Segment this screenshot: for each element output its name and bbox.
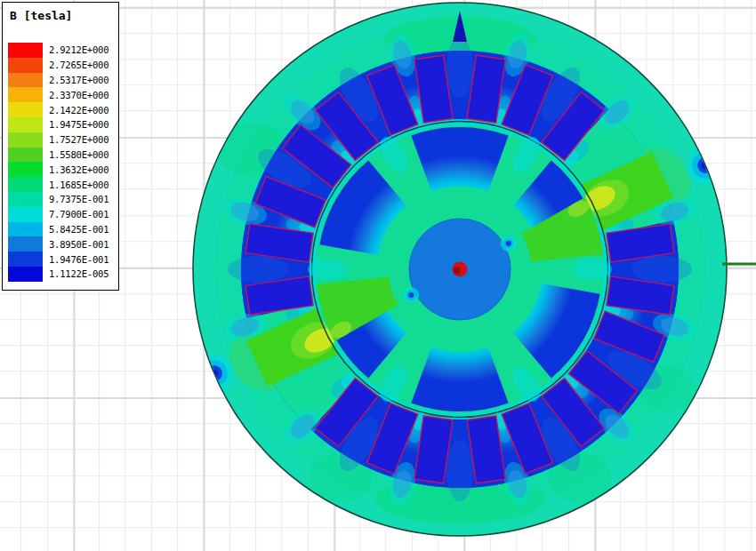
- legend-color-swatch: [8, 267, 43, 282]
- legend-color-swatch: [8, 102, 43, 117]
- legend-value: 1.9476E-001: [49, 254, 109, 265]
- legend-band-row: 1.1122E-005: [8, 267, 115, 282]
- legend-value: 1.7527E+000: [49, 134, 109, 145]
- legend-color-swatch: [8, 148, 43, 163]
- legend-band-row: 2.3370E+000: [8, 87, 115, 102]
- legend-band-row: 1.3632E+000: [8, 162, 115, 177]
- legend-value: 3.8950E-001: [49, 239, 109, 250]
- legend-color-swatch: [8, 73, 43, 88]
- legend-band-row: 2.7265E+000: [8, 58, 115, 73]
- segment-shading: [631, 256, 692, 283]
- x-axis-edge-line: [722, 263, 756, 266]
- legend-color-swatch: [8, 236, 43, 252]
- interpolar-shading: [308, 259, 347, 280]
- legend-band-row: 7.7900E-001: [8, 207, 115, 222]
- legend-color-swatch: [8, 162, 43, 177]
- legend-value: 2.9212E+000: [49, 44, 109, 55]
- modeler-viewport[interactable]: B [tesla] 2.9212E+0002.7265E+0002.5317E+…: [0, 0, 756, 551]
- legend-color-swatch: [8, 117, 43, 132]
- segment-shading: [446, 37, 473, 98]
- legend-color-swatch: [8, 132, 43, 148]
- legend-value: 1.3632E+000: [49, 164, 109, 175]
- shaft-edge-spot: [408, 292, 414, 298]
- legend-value: 9.7375E-001: [49, 194, 109, 204]
- center-high-field-spot: [454, 268, 461, 275]
- legend-title: B [tesla]: [10, 9, 115, 22]
- legend-value: 2.1422E+000: [49, 105, 109, 116]
- legend-color-swatch: [8, 252, 43, 267]
- legend-band-row: 9.7375E-001: [8, 192, 115, 207]
- legend-band-row: 2.9212E+000: [8, 43, 115, 58]
- legend-value: 2.5317E+000: [49, 75, 109, 85]
- legend-value: 5.8425E-001: [49, 224, 109, 235]
- legend-band-row: 1.7527E+000: [8, 132, 115, 148]
- colorbar-legend[interactable]: B [tesla] 2.9212E+0002.7265E+0002.5317E+…: [2, 2, 119, 291]
- legend-scale: 2.9212E+0002.7265E+0002.5317E+0002.3370E…: [8, 43, 115, 282]
- legend-band-row: 2.1422E+000: [8, 102, 115, 117]
- legend-band-row: 5.8425E-001: [8, 222, 115, 237]
- interpolar-shading: [573, 259, 612, 280]
- legend-value: 2.3370E+000: [49, 90, 109, 100]
- segment-shading: [228, 256, 288, 283]
- legend-color-swatch: [8, 192, 43, 207]
- legend-band-row: 1.9475E+000: [8, 117, 115, 132]
- legend-value: 2.7265E+000: [49, 60, 109, 70]
- legend-color-swatch: [8, 222, 43, 237]
- legend-color-swatch: [8, 177, 43, 192]
- shaft-edge-spot: [506, 241, 511, 246]
- legend-color-swatch: [8, 87, 43, 102]
- legend-value: 1.9475E+000: [49, 119, 109, 130]
- legend-value: 1.5580E+000: [49, 149, 109, 160]
- legend-color-swatch: [8, 207, 43, 222]
- legend-band-row: 1.9476E-001: [8, 252, 115, 267]
- legend-value: 7.7900E-001: [49, 209, 109, 220]
- legend-band-row: 1.5580E+000: [8, 148, 115, 163]
- legend-color-swatch: [8, 43, 43, 58]
- legend-value: 1.1685E+000: [49, 180, 109, 190]
- legend-band-row: 3.8950E-001: [8, 236, 115, 252]
- legend-color-swatch: [8, 58, 43, 73]
- legend-value: 1.1122E-005: [49, 268, 109, 279]
- legend-band-row: 2.5317E+000: [8, 73, 115, 88]
- legend-band-row: 1.1685E+000: [8, 177, 115, 192]
- segment-shading: [446, 441, 473, 501]
